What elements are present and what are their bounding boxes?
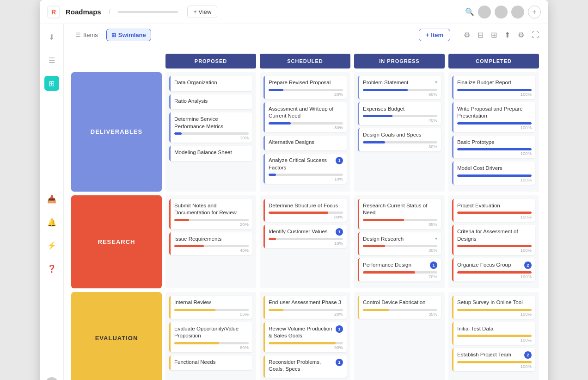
progress-label: 20% — [174, 222, 249, 227]
progress-label: 100% — [457, 274, 532, 279]
cell-research-scheduled: Determine Structure of Focus 80% Identif… — [260, 195, 350, 289]
card-title: Ratio Analysis — [174, 98, 249, 105]
card-initial-test-data[interactable]: Initial Test Data 100% — [452, 322, 535, 345]
progress-fill — [363, 89, 408, 91]
toolbar-separator — [456, 31, 456, 40]
tab-swimlane[interactable]: ⊞ Swimlane — [106, 29, 151, 41]
card-write-proposal[interactable]: Write Proposal and Prepare Presentation … — [452, 102, 535, 132]
export-icon[interactable]: ⬆ — [502, 29, 512, 41]
progress-bg — [174, 132, 249, 135]
progress-label: 10% — [174, 135, 249, 140]
user-avatar[interactable] — [45, 377, 58, 380]
cell-research-inprogress: Research Current Status of Need 55% Desi… — [354, 195, 445, 289]
card-submit-notes[interactable]: Submit Notes and Documentation for Revie… — [169, 199, 252, 229]
sidebar-icon-download[interactable]: ⬇ — [44, 30, 59, 44]
progress-bg — [457, 212, 532, 214]
card-finalize-budget[interactable]: Finalize Budget Report 100% — [452, 76, 535, 99]
progress-bg — [269, 174, 343, 176]
avatar-1 — [478, 6, 491, 19]
card-analyze-critical[interactable]: Analyze Critical Success Factors 1 10% — [263, 154, 347, 184]
cell-evaluation-inprogress: Control Device Fabrication 35% — [354, 292, 445, 380]
progress-bg — [457, 148, 532, 150]
sidebar-icon-bolt[interactable]: ⚡ — [44, 238, 59, 253]
search-icon[interactable]: 🔍 — [465, 7, 474, 16]
cell-research-completed: Project Evaluation 100% Criteria for Ass… — [448, 195, 539, 289]
card-issue-requirements[interactable]: Issue Requirements 40% — [169, 232, 252, 255]
card-performance-design[interactable]: Performance Design 1 70% — [358, 258, 441, 281]
topbar-right: 🔍 + — [465, 6, 541, 19]
card-modeling-balance[interactable]: Modeling Balance Sheet — [169, 146, 252, 161]
card-criteria-assessment[interactable]: Criteria for Assessment of Designs 100% — [452, 225, 535, 255]
view-button[interactable]: + View — [187, 6, 217, 18]
progress-label: 90% — [269, 345, 343, 350]
progress-bg — [269, 122, 343, 125]
card-title: Establish Project Team 2 — [457, 351, 532, 359]
card-alternative-designs[interactable]: Alternative Designs — [263, 136, 347, 151]
card-title: Write Proposal and Prepare Presentation — [457, 106, 532, 120]
card-prepare-revised[interactable]: Prepare Revised Proposal 20% — [263, 76, 347, 99]
progress-bg — [363, 141, 437, 143]
card-title: Finalize Budget Report — [457, 79, 532, 87]
progress-fill — [457, 174, 532, 177]
card-assessment-writeup[interactable]: Assessment and Writeup of Current Need 3… — [263, 102, 347, 132]
card-enduser-assessment[interactable]: End-user Assessment Phase 3 20% — [263, 296, 347, 319]
card-title: Determine Service Performance Metrics — [174, 116, 249, 130]
progress-bg — [174, 342, 249, 344]
layout-icon[interactable]: ⊞ — [489, 29, 499, 41]
card-organize-focus-group[interactable]: Organize Focus Group 2 100% — [452, 258, 535, 281]
sidebar-icon-list[interactable]: ☰ — [44, 53, 59, 68]
card-design-research[interactable]: Design Research ▾ 30% — [358, 232, 441, 255]
progress-fill — [457, 245, 532, 247]
card-design-goals[interactable]: Design Goals and Specs 30% — [358, 128, 441, 151]
sidebar-icon-help[interactable]: ❓ — [44, 261, 59, 276]
group-icon[interactable]: ⊟ — [476, 29, 485, 41]
card-internal-review[interactable]: Internal Review 55% — [169, 296, 252, 319]
card-service-performance[interactable]: Determine Service Performance Metrics 10… — [169, 112, 252, 143]
card-badge: 1 — [336, 325, 343, 333]
card-badge: 1 — [336, 228, 343, 236]
add-item-button[interactable]: + Item — [419, 29, 450, 41]
card-title: Analyze Critical Success Factors 1 — [269, 157, 343, 171]
app-window: R Roadmaps / + View 🔍 + ⬇ ☰ ⊞ 📥 🔔 ⚡ ❓ — [40, 0, 548, 380]
card-reconsider-problems[interactable]: Reconsider Problems, Goals, Specs 1 — [263, 355, 347, 378]
card-title: Identify Customer Values 1 — [269, 228, 343, 236]
progress-label: 70% — [363, 274, 437, 279]
card-evaluate-opportunity[interactable]: Evaluate Opportunity/Value Proposition 6… — [169, 322, 252, 352]
board-header-spacer — [71, 54, 164, 72]
progress-label: 40% — [174, 248, 249, 253]
progress-bg — [363, 309, 437, 311]
settings-icon[interactable]: ⚙ — [516, 29, 526, 41]
progress-fill — [269, 122, 291, 125]
card-establish-project-team[interactable]: Establish Project Team 2 100% — [452, 348, 535, 371]
card-problem-statement[interactable]: Problem Statement ▾ 60% — [358, 76, 441, 99]
card-project-evaluation[interactable]: Project Evaluation 100% — [452, 199, 535, 222]
card-research-current-status[interactable]: Research Current Status of Need 55% — [358, 199, 441, 229]
card-functional-needs[interactable]: Functional Needs — [169, 355, 252, 371]
card-determine-structure[interactable]: Determine Structure of Focus 80% — [263, 199, 347, 222]
progress-label: 20% — [269, 92, 343, 97]
sidebar-icon-board[interactable]: ⊞ — [44, 76, 59, 91]
card-setup-survey[interactable]: Setup Survey in Online Tool 100% — [452, 296, 535, 319]
progress-bg — [457, 245, 532, 247]
progress-label: 20% — [269, 311, 343, 317]
card-expenses-budget[interactable]: Expenses Budget 40% — [358, 102, 441, 125]
board: PROPOSED SCHEDULED IN PROGRESS COMPLETED… — [64, 46, 548, 380]
sidebar-icon-bell[interactable]: 🔔 — [44, 215, 59, 230]
card-title: Criteria for Assessment of Designs — [457, 228, 532, 243]
card-control-device[interactable]: Control Device Fabrication 35% — [358, 296, 441, 319]
filter-icon[interactable]: ⚙ — [462, 29, 472, 41]
card-basic-prototype[interactable]: Basic Prototype 100% — [452, 136, 535, 159]
card-model-cost-drivers[interactable]: Model Cost Drivers 100% — [452, 162, 535, 185]
tab-items[interactable]: ☰ Items — [71, 29, 103, 41]
progress-bg — [174, 219, 249, 221]
card-data-organization[interactable]: Data Organization — [169, 76, 252, 91]
cell-deliverables-completed: Finalize Budget Report 100% Write Propos… — [448, 72, 539, 192]
add-user-button[interactable]: + — [528, 6, 541, 19]
card-review-volume[interactable]: Review Volume Production & Sales Goals 1… — [263, 322, 347, 352]
card-identify-customer[interactable]: Identify Customer Values 1 10% — [263, 225, 347, 248]
col-header-scheduled: SCHEDULED — [260, 54, 350, 69]
progress-fill — [457, 89, 532, 91]
card-ratio-analysis[interactable]: Ratio Analysis — [169, 94, 252, 110]
sidebar-icon-import[interactable]: 📥 — [44, 192, 59, 206]
fullscreen-icon[interactable]: ⛶ — [530, 29, 541, 41]
